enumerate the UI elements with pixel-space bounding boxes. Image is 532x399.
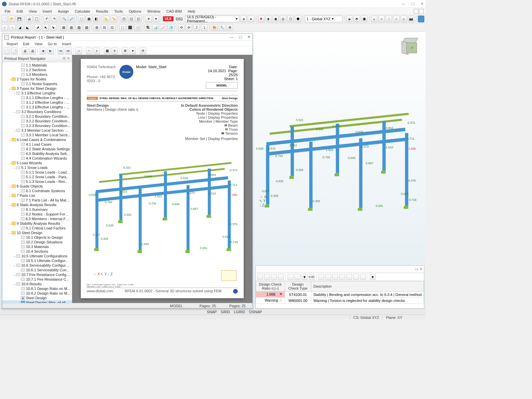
- toolbar-icon[interactable]: ⬘: [353, 16, 360, 22]
- toolbar-icon[interactable]: 🖨: [26, 16, 33, 22]
- toolbar-icon[interactable]: ↔: [75, 48, 82, 54]
- tree-item[interactable]: 4.2 Static Analysis Settings: [2, 147, 72, 151]
- minimize-icon[interactable]: —: [402, 2, 405, 6]
- tree-item[interactable]: 9.1 Critical Load Factors: [2, 226, 72, 230]
- tree-item[interactable]: ⌄10.6 Serviceability Configurat...: [2, 263, 72, 268]
- toolbar-icon[interactable]: ▧: [75, 24, 82, 31]
- tree-item[interactable]: 5.1.1 Snow Loads - Load...: [2, 170, 72, 175]
- tree-item[interactable]: 5.1.3 Snow Loads - Results: [2, 179, 72, 184]
- toolbar-icon[interactable]: ⚙: [122, 48, 128, 54]
- toolbar-icon[interactable]: [264, 274, 270, 280]
- tree-item[interactable]: 10.8.2 Design Ratio on M...: [2, 291, 72, 296]
- tree-item[interactable]: ⌄8 Static Analysis Results: [2, 202, 72, 207]
- prev-icon[interactable]: ◂: [240, 16, 247, 22]
- toolbar-icon[interactable]: ▨: [83, 24, 90, 31]
- last-page-icon[interactable]: ⏭: [65, 48, 72, 54]
- toolbar-icon[interactable]: ⬛: [127, 24, 133, 31]
- toolbar-icon[interactable]: ⊡: [109, 24, 115, 31]
- menu-help[interactable]: Help: [185, 9, 198, 14]
- toolbar-icon[interactable]: ◣: [24, 24, 31, 31]
- coord-system-combo[interactable]: 1 - Global XYZ▾: [305, 16, 342, 22]
- toolbar-icon[interactable]: ◎: [280, 16, 286, 22]
- table-row[interactable]: Warning ⚠WA5001.00Warning | Torsion is n…: [256, 298, 424, 304]
- tree-item[interactable]: ⌄10.8 Results: [2, 282, 72, 286]
- filter-icon[interactable]: ▼: [370, 274, 376, 280]
- toolbar-icon[interactable]: ⬉: [42, 24, 49, 31]
- tree-item[interactable]: ⌄10.5 Ultimate Configurations: [2, 254, 72, 258]
- toolbar-icon[interactable]: ⬚: [119, 24, 126, 31]
- close-icon[interactable]: ✕: [247, 35, 250, 39]
- toolbar-icon[interactable]: 🔎: [68, 16, 75, 22]
- tree-item[interactable]: ⌄5 Load Wizards: [2, 161, 72, 165]
- tree-item[interactable]: 3.2.2 Boundary Condition...: [2, 119, 72, 123]
- toolbar-icon[interactable]: 📷: [408, 16, 414, 22]
- toolbar-icon[interactable]: [332, 274, 338, 280]
- toolbar-icon[interactable]: ≡: [111, 48, 118, 54]
- toolbar-icon[interactable]: ⬡: [287, 16, 294, 22]
- toolbar-icon[interactable]: 🎨: [211, 24, 218, 31]
- menu-options[interactable]: Options: [126, 9, 144, 14]
- prev-icon[interactable]: ◀: [40, 48, 46, 54]
- tree-item[interactable]: 8.2 Nodes - Support Forces: [2, 212, 72, 216]
- toolbar-icon[interactable]: ◳: [121, 16, 127, 22]
- tree-item[interactable]: 3.1.2 Effective Lengths - ...: [2, 100, 72, 105]
- toolbar-icon[interactable]: 📐: [103, 16, 109, 22]
- redo-icon[interactable]: ↷: [51, 16, 57, 22]
- menu-report[interactable]: Report: [4, 42, 20, 46]
- toolbar-icon[interactable]: 0.00: [309, 274, 315, 280]
- toolbar-icon[interactable]: ⬜: [134, 24, 141, 31]
- toolbar-icon[interactable]: 🧊: [168, 24, 174, 31]
- tree-item[interactable]: 7.1 Parts List - All by Material: [2, 198, 72, 202]
- zoom-out-icon[interactable]: −: [86, 48, 92, 54]
- toolbar-icon[interactable]: 📄: [1, 16, 8, 22]
- zoom-in-icon[interactable]: ＋: [93, 48, 100, 54]
- menu-results[interactable]: Results: [93, 9, 111, 14]
- tree-item[interactable]: ⌄10.7 Fire Resistance Configur...: [2, 272, 72, 277]
- tree-item[interactable]: ⌄6 Guide Objects: [2, 184, 72, 189]
- toolbar-icon[interactable]: [257, 274, 263, 280]
- col-ratio[interactable]: Design Check Ratio η [–]: [256, 281, 285, 292]
- toolbar-icon[interactable]: [346, 274, 352, 280]
- toolbar-icon[interactable]: [318, 274, 324, 280]
- results-table[interactable]: Design Check Ratio η [–] Design Check Ty…: [256, 281, 424, 308]
- toolbar-icon[interactable]: ✖: [258, 16, 264, 22]
- tree-item[interactable]: 10.5.1 Ultimate Configur...: [2, 258, 72, 263]
- tree-item[interactable]: ⌄3 Types for Steel Design: [2, 86, 72, 91]
- tree-item[interactable]: ⌄3.1 Effective Lengths: [2, 91, 72, 95]
- toolbar-icon[interactable]: ⟳: [186, 24, 192, 31]
- tree-item[interactable]: 10.1 Objects to Design: [2, 235, 72, 240]
- toolbar-icon[interactable]: [353, 274, 359, 280]
- uls-combo[interactable]: ULS (STR/GEO) - Permanent...▾: [185, 16, 239, 22]
- toolbar-icon[interactable]: [339, 274, 345, 280]
- toolbar-icon[interactable]: [295, 274, 301, 280]
- tree-item[interactable]: 3.1.3 Effective Lengths - ...: [2, 105, 72, 109]
- uls-badge[interactable]: ULS: [163, 16, 174, 21]
- menu-calculate[interactable]: Calculate: [72, 9, 93, 14]
- tree-item[interactable]: ⌄7 Parts List: [2, 193, 72, 198]
- panel-close-icon[interactable]: ✕: [420, 267, 423, 271]
- tree-item[interactable]: ⌄9 Stability Analysis Results: [2, 221, 72, 226]
- toolbar-icon[interactable]: 📄: [4, 48, 10, 54]
- toolbar-icon[interactable]: ⬢: [295, 16, 301, 22]
- toolbar-icon[interactable]: [288, 274, 294, 280]
- tree-item[interactable]: ⌄10 Steel Design: [2, 230, 72, 235]
- toolbar-icon[interactable]: ◉: [273, 16, 279, 22]
- first-page-icon[interactable]: ⏮: [58, 48, 64, 54]
- tree-item[interactable]: 10.4 Sections: [2, 249, 72, 254]
- toolbar-icon[interactable]: 📈: [160, 24, 167, 31]
- toolbar-icon[interactable]: ▾: [129, 48, 136, 54]
- menu-window[interactable]: Window: [145, 9, 163, 14]
- panel-close-icon[interactable]: [419, 9, 424, 14]
- tree-item[interactable]: 10.7.1 Fire Resistance C...: [2, 277, 72, 282]
- toolbar-icon[interactable]: ⟒: [401, 16, 407, 22]
- toolbar-icon[interactable]: ⬚: [78, 16, 85, 22]
- toolbar-icon[interactable]: ▣: [361, 16, 367, 22]
- print-icon[interactable]: 🖨: [22, 48, 28, 54]
- tree-item[interactable]: 10.8.1 Design Ratio on M...: [2, 286, 72, 291]
- tree-item[interactable]: 1.3 Members: [2, 72, 72, 77]
- tree-item[interactable]: 8.3 Members - Internal Force...: [2, 216, 72, 221]
- snap-toggle[interactable]: SNAP: [207, 310, 217, 314]
- tree-item[interactable]: 5.1.2 Snow Loads - Para...: [2, 175, 72, 179]
- tree-item[interactable]: ASteel Design: [2, 296, 72, 300]
- lgrid-toggle[interactable]: LGRID: [234, 310, 245, 314]
